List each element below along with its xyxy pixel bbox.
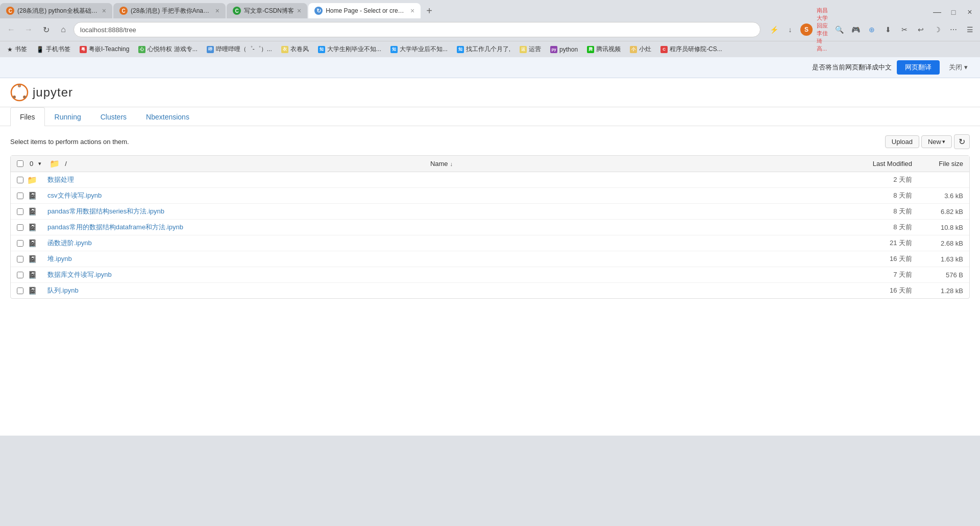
file-name-3[interactable]: pandas常用的数据结构dataframe和方法.ipynb — [47, 223, 183, 231]
refresh-files-button[interactable]: ↻ — [954, 134, 970, 149]
tab-clusters[interactable]: Clusters — [91, 107, 136, 126]
row-checkbox-0[interactable] — [17, 177, 23, 183]
refresh-button[interactable]: ↻ — [39, 22, 53, 37]
tab-1-close[interactable]: × — [102, 7, 106, 15]
more-icon[interactable]: ⋯ — [947, 23, 960, 36]
tab-files[interactable]: Files — [10, 107, 45, 126]
bookmark-tencent-video[interactable]: 腾 腾讯视频 — [584, 44, 624, 55]
row-checkbox-2[interactable] — [17, 208, 23, 215]
close-window-button[interactable]: × — [964, 6, 976, 18]
row-checkbox-6[interactable] — [17, 272, 23, 278]
bookmark-bilibili-label: 哔哩哔哩（゜-゜）... — [216, 45, 272, 54]
maximize-button[interactable]: □ — [947, 6, 960, 18]
tab-nbextensions[interactable]: Nbextensions — [136, 107, 199, 126]
menu-icon[interactable]: ☰ — [964, 23, 976, 36]
forward-button[interactable]: → — [21, 22, 36, 37]
bookmark-teaching-favicon: 粤 — [80, 46, 87, 53]
downloads-icon[interactable]: ↓ — [784, 23, 796, 36]
tab-4-close[interactable]: × — [410, 7, 414, 15]
tab-3-favicon: C — [233, 7, 241, 15]
tab-1[interactable]: C (28条消息) python全栈基础教程系... × — [0, 3, 112, 18]
back-button[interactable]: ← — [4, 22, 18, 37]
bookmark-xiaozao-label: 小灶 — [639, 45, 651, 54]
row-checkbox-3[interactable] — [17, 224, 23, 231]
row-checkbox-7[interactable] — [17, 288, 23, 294]
row-check-col: 📓 — [17, 270, 47, 279]
account-icon[interactable]: S — [800, 23, 813, 36]
bookmark-xiaozao[interactable]: 小 小灶 — [627, 44, 654, 55]
gamepad-icon[interactable]: 🎮 — [849, 23, 862, 36]
file-name-5[interactable]: 堆.ipynb — [47, 255, 72, 262]
bookmark-graduate1-label: 大学生刚毕业不知... — [327, 45, 381, 54]
moon-icon[interactable]: ☽ — [931, 23, 943, 36]
translation-close-label: 关闭 — [949, 63, 962, 71]
translate-button[interactable]: 网页翻译 — [897, 60, 940, 75]
row-checkbox-5[interactable] — [17, 256, 23, 262]
tab-nbextensions-label: Nbextensions — [146, 113, 189, 121]
upload-button[interactable]: Upload — [885, 135, 919, 148]
header-modified-col[interactable]: Last Modified — [836, 160, 912, 168]
address-bar[interactable]: localhost:8888/tree — [74, 22, 761, 37]
bookmark-job[interactable]: 知 找工作几个月了, — [454, 44, 513, 55]
tab-2[interactable]: C (28条消息) 手把手教你Anaconda与... × — [113, 3, 226, 18]
new-button[interactable]: New ▾ — [921, 135, 952, 148]
tab-running[interactable]: Running — [45, 107, 91, 126]
bookmark-csdn-favicon: C — [660, 46, 668, 53]
tab-4[interactable]: ↻ Home Page - Select or create a n × — [308, 3, 421, 18]
scissors-icon[interactable]: ✂ — [898, 23, 911, 36]
bookmark-fashion-label: 衣卷风 — [290, 45, 309, 54]
bookmark-privilege-favicon: 心 — [138, 46, 145, 53]
bookmark-python[interactable]: py python — [547, 45, 581, 54]
row-checkbox-1[interactable] — [17, 193, 23, 199]
bookmark-teaching[interactable]: 粤 粤嵌I-Teaching — [77, 44, 132, 55]
nangda-icon[interactable]: 南昌大学回应李佳琦高... — [817, 23, 829, 36]
bookmark-privilege[interactable]: 心 心悦特权 游戏专... — [135, 44, 200, 55]
bookmark-graduate2-label: 大学毕业后不知... — [400, 45, 448, 54]
file-modified-1: 8 天前 — [836, 191, 912, 200]
file-name-1[interactable]: csv文件读写.ipynb — [47, 192, 102, 199]
file-table-header: 0 ▾ 📁 / Name ↓ Last Modified — [11, 156, 969, 172]
lightning-icon[interactable]: ⚡ — [768, 23, 780, 36]
tab-3[interactable]: C 写文章-CSDN博客 × — [227, 3, 307, 18]
bookmark-phone[interactable]: 📱 手机书签 — [33, 44, 74, 55]
search-icon[interactable]: 🔍 — [833, 23, 845, 36]
tab-clusters-label: Clusters — [101, 113, 127, 121]
bookmark-ops[interactable]: 运 运营 — [517, 44, 544, 55]
select-all-checkbox[interactable] — [17, 160, 23, 167]
bookmark-star[interactable]: ★ 书签 — [4, 44, 30, 55]
tab-2-close[interactable]: × — [215, 7, 219, 15]
new-tab-button[interactable]: + — [422, 3, 437, 18]
col-name-text[interactable]: Name — [430, 160, 448, 168]
jupyter-logo[interactable]: jupyter — [10, 83, 73, 102]
file-name-6[interactable]: 数据库文件读写.ipynb — [47, 271, 112, 278]
row-check-col: 📓 — [17, 223, 47, 232]
home-button[interactable]: ⌂ — [56, 22, 70, 37]
bookmark-bilibili[interactable]: 哔 哔哩哔哩（゜-゜）... — [204, 44, 275, 55]
browser-window: C (28条消息) python全栈基础教程系... × C (28条消息) 手… — [0, 0, 980, 526]
header-dropdown[interactable]: ▾ — [38, 160, 41, 167]
tab-3-title: 写文章-CSDN博客 — [244, 7, 294, 15]
bookmark-graduate2[interactable]: 知 大学毕业后不知... — [387, 44, 451, 55]
tab-bar: C (28条消息) python全栈基础教程系... × C (28条消息) 手… — [0, 0, 980, 18]
file-name-7[interactable]: 队列.ipynb — [47, 286, 79, 294]
bookmark-tencent-favicon: 腾 — [587, 46, 594, 53]
file-name-0[interactable]: 数据处理 — [47, 176, 74, 183]
file-name-2[interactable]: pandas常用数据结构series和方法.ipynb — [47, 207, 164, 215]
bookmark-fashion[interactable]: 衣 衣卷风 — [278, 44, 312, 55]
tab-3-close[interactable]: × — [297, 7, 301, 15]
minimize-button[interactable]: — — [931, 6, 943, 18]
bookmark-graduate1[interactable]: 知 大学生刚毕业不知... — [315, 44, 384, 55]
row-checkbox-4[interactable] — [17, 240, 23, 247]
file-rows-container: 📁 数据处理 2 天前 📓 csv文件读写.ipynb 8 天前 3.6 kB … — [11, 172, 969, 298]
translation-close-button[interactable]: 关闭 ▾ — [945, 61, 972, 74]
vpn-icon[interactable]: ⊕ — [866, 23, 878, 36]
bookmark-csdn[interactable]: C 程序员研修院-CS... — [657, 44, 725, 55]
save-icon[interactable]: ⬇ — [882, 23, 894, 36]
bookmarks-bar: ★ 书签 📱 手机书签 粤 粤嵌I-Teaching 心 心悦特权 游戏专...… — [0, 41, 980, 57]
header-size-col[interactable]: File size — [912, 160, 963, 168]
bookmark-fashion-favicon: 衣 — [281, 46, 288, 53]
file-name-4[interactable]: 函数进阶.ipynb — [47, 239, 92, 247]
bookmark-job-label: 找工作几个月了, — [466, 45, 510, 54]
undo-icon[interactable]: ↩ — [915, 23, 927, 36]
jupyter-page: jupyter Files Running Clusters Nbextensi… — [0, 78, 980, 436]
